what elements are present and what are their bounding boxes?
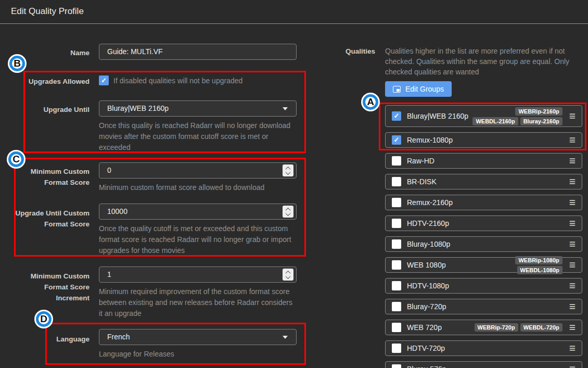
upgrades-allowed-caption: If disabled qualities will not be upgrad… <box>113 77 242 85</box>
upgrades-allowed-checkbox[interactable] <box>99 75 109 85</box>
quality-tag: WEBRip-2160p <box>515 107 562 116</box>
quality-checkbox[interactable] <box>392 281 401 290</box>
quality-checkbox[interactable] <box>392 219 401 228</box>
quality-row[interactable]: Bluray-1080p <box>385 236 582 252</box>
quality-tag: WEBDL-1080p <box>517 266 563 274</box>
quality-row[interactable]: WEB 720p WEBRip-720p WEBDL-720p <box>385 320 582 335</box>
quality-row[interactable]: Remux-1080p <box>385 132 582 148</box>
chevron-down-icon <box>283 107 288 110</box>
quality-checkbox[interactable] <box>392 135 401 145</box>
quality-checkbox[interactable] <box>392 344 401 353</box>
language-label: Language <box>12 334 90 345</box>
min-cf-score-increment-input[interactable]: 1 <box>99 267 297 283</box>
min-cf-score-input[interactable]: 0 <box>99 162 297 179</box>
quality-checkbox[interactable] <box>392 364 401 368</box>
quality-checkbox[interactable] <box>392 111 401 121</box>
edit-groups-button-label: Edit Groups <box>405 85 444 93</box>
quality-name: Bluray|WEB 2160p <box>407 112 468 120</box>
quality-row[interactable]: Bluray-576p <box>385 361 582 368</box>
quality-row[interactable]: HDTV-720p <box>385 340 582 356</box>
upgrade-until-help: Once this quality is reached Radarr will… <box>99 120 296 153</box>
quality-name: Bluray-1080p <box>407 240 450 248</box>
min-cf-score-label: Minimum Custom Format Score <box>12 166 90 188</box>
upgrade-until-cf-score-help: Once the quality cutoff is met or exceed… <box>99 223 296 256</box>
quality-checkbox[interactable] <box>392 323 401 332</box>
quality-checkbox[interactable] <box>392 177 401 186</box>
drag-handle-icon[interactable] <box>569 303 576 310</box>
quality-name: Raw-HD <box>407 157 434 165</box>
upgrades-allowed-label: Upgrades Allowed <box>12 76 90 87</box>
quality-name: BR-DISK <box>407 177 437 186</box>
name-input[interactable]: Guide: MULTi.VF <box>99 44 297 60</box>
quality-name: Bluray-720p <box>407 302 446 311</box>
quality-checkbox[interactable] <box>392 260 401 270</box>
quality-row[interactable]: BR-DISK <box>385 174 582 189</box>
language-help: Language for Releases <box>99 349 296 360</box>
quality-row[interactable]: Bluray|WEB 2160p WEBRip-2160p WEBDL-2160… <box>385 105 582 127</box>
quality-name: Remux-2160p <box>407 198 453 207</box>
drag-handle-icon[interactable] <box>569 199 576 206</box>
quality-row[interactable]: HDTV-2160p <box>385 215 582 231</box>
min-cf-score-help: Minimum custom format score allowed to d… <box>99 182 296 193</box>
quality-row[interactable]: WEB 1080p WEBRip-1080p WEBDL-1080p <box>385 257 582 273</box>
upgrade-until-select[interactable]: Bluray|WEB 2160p <box>99 100 297 117</box>
annotation-label-d: D <box>36 311 52 327</box>
number-stepper[interactable] <box>283 269 293 281</box>
modal-header: Edit Quality Profile <box>0 0 588 24</box>
language-select[interactable]: French <box>99 329 297 345</box>
annotation-label-a: A <box>363 94 378 110</box>
quality-checkbox[interactable] <box>392 156 401 166</box>
quality-tags: WEBRip-2160p WEBDL-2160p Bluray-2160p <box>471 107 563 125</box>
page-title: Edit Quality Profile <box>11 6 84 17</box>
edit-groups-button[interactable]: Edit Groups <box>385 81 452 97</box>
qualities-label: Qualities <box>312 47 375 55</box>
quality-row[interactable]: Bluray-720p <box>385 299 582 314</box>
drag-handle-icon[interactable] <box>569 178 576 185</box>
min-cf-score-increment-label: Minimum Custom Format Score Increment <box>12 271 90 303</box>
quality-name: HDTV-720p <box>407 344 445 352</box>
quality-name: WEB 1080p <box>407 261 446 269</box>
quality-row[interactable]: Raw-HD <box>385 153 582 169</box>
quality-name: Bluray-576p <box>407 365 446 368</box>
drag-handle-icon[interactable] <box>569 324 576 331</box>
annotation-label-c: C <box>8 151 24 167</box>
quality-tag: WEBDL-2160p <box>472 117 518 125</box>
drag-handle-icon[interactable] <box>569 282 576 289</box>
upgrade-until-cf-score-input[interactable]: 10000 <box>99 204 297 220</box>
quality-row[interactable]: Remux-2160p <box>385 195 582 210</box>
min-cf-score-increment-help: Minimum required improvement of the cust… <box>99 286 296 319</box>
quality-checkbox[interactable] <box>392 198 401 207</box>
drag-handle-icon[interactable] <box>569 220 576 227</box>
quality-tag: WEBDL-720p <box>520 323 563 332</box>
drag-handle-icon[interactable] <box>569 157 576 164</box>
drag-handle-icon[interactable] <box>569 261 576 269</box>
quality-name: WEB 720p <box>407 323 442 332</box>
quality-checkbox[interactable] <box>392 302 401 311</box>
drag-handle-icon[interactable] <box>569 365 576 368</box>
number-stepper[interactable] <box>283 164 293 176</box>
object-group-icon <box>393 86 401 93</box>
upgrade-until-cf-score-label: Upgrade Until Custom Format Score <box>12 208 90 230</box>
annotation-label-b: B <box>9 56 25 71</box>
drag-handle-icon[interactable] <box>569 136 576 144</box>
drag-handle-icon[interactable] <box>569 240 576 248</box>
qualities-help: Qualities higher in the list are more pr… <box>385 46 570 77</box>
quality-name: HDTV-1080p <box>407 282 449 290</box>
quality-name: Remux-1080p <box>407 136 453 144</box>
quality-checkbox[interactable] <box>392 239 401 249</box>
quality-tag: WEBRip-720p <box>475 323 518 332</box>
quality-name: HDTV-2160p <box>407 219 449 227</box>
quality-tags: WEBRip-720p WEBDL-720p <box>475 323 563 332</box>
quality-tags: WEBRip-1080p WEBDL-1080p <box>471 256 563 274</box>
drag-handle-icon[interactable] <box>569 345 576 352</box>
name-label: Name <box>12 47 90 58</box>
quality-row[interactable]: HDTV-1080p <box>385 278 582 294</box>
chevron-down-icon <box>283 336 288 339</box>
quality-tag: Bluray-2160p <box>520 117 563 125</box>
quality-tag: WEBRip-1080p <box>515 256 562 264</box>
drag-handle-icon[interactable] <box>569 112 576 120</box>
upgrade-until-label: Upgrade Until <box>12 104 90 115</box>
number-stepper[interactable] <box>283 206 293 218</box>
